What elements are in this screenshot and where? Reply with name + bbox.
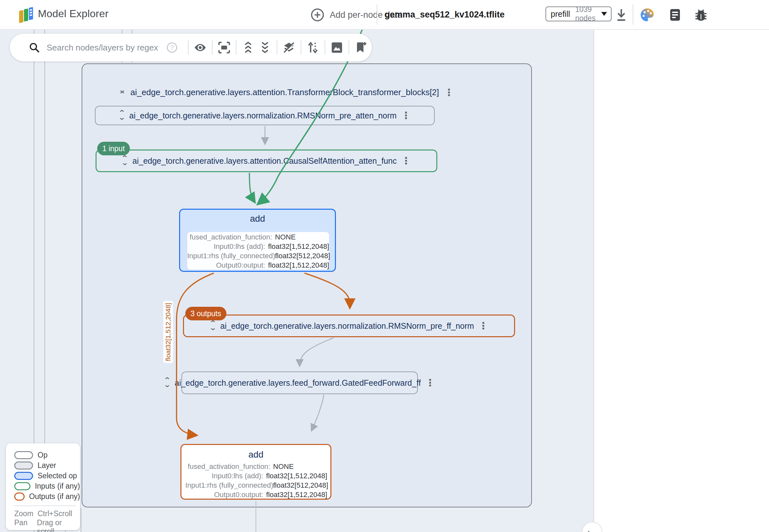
legend-zoom-label: Zoom [14,509,38,518]
legend-selected-swatch [14,472,33,480]
attr-label: fused_activation_function: [185,462,270,471]
export-image-button[interactable] [329,39,345,56]
graph-node-count: 1039 nodes [575,5,601,23]
node-label: ai_edge_torch.generative.layers.feed_for… [174,378,421,388]
report-bug-button[interactable] [694,8,708,23]
swap-vert-icon [306,41,320,54]
more-vert-icon[interactable]: ⋮ [401,156,411,166]
input-count-badge: 1 input [97,142,130,155]
node-label: ai_edge_torch.generative.layers.normaliz… [129,111,396,120]
attr-label: Input0:lhs (add): [185,471,263,481]
triple-chevron-up-icon [242,41,254,54]
center-focus-icon [217,41,231,54]
legend-layer-swatch [14,461,33,470]
model-file-name: gemma_seq512_kv1024.tflite [384,10,505,20]
legend-label: Selected op [38,471,77,480]
docs-button[interactable] [668,8,682,23]
legend-op-swatch [14,451,33,459]
legend-pan-value: Drag or scroll [37,518,80,527]
layer-transformer-block[interactable] [82,63,532,507]
more-vert-icon[interactable]: ⋮ [425,378,435,388]
attr-label: Output0:output: [185,490,263,499]
app-header: Model Explorer Add per-node data gemma_s… [0,0,769,30]
search-input[interactable] [47,43,166,53]
node-label: ai_edge_torch.generative.layers.attentio… [132,156,397,166]
help-icon[interactable]: ? [166,42,177,53]
more-vert-icon[interactable]: ⋮ [478,321,488,331]
attr-label: Input0:lhs (add): [187,242,265,251]
attr-label: Input1:rhs (fully_connected): [187,251,272,260]
node-rmsnorm-pre-ff[interactable]: ⌃⌄ ai_edge_torch.generative.layers.norma… [183,315,515,337]
graph-selector-dropdown[interactable]: prefill 1039 nodes [545,6,612,21]
toggle-visibility-button[interactable] [192,39,209,56]
node-add-output[interactable]: add fused_activation_function:NONE Input… [180,444,331,500]
reset-layout-button[interactable] [305,39,321,56]
op-attr-box: fused_activation_function:NONE Input0:lh… [187,232,329,270]
model-explorer-logo [18,6,34,23]
attr-value: NONE [275,232,296,242]
unfold-more-icon[interactable]: ⌃⌄ [121,156,128,165]
image-icon [330,41,344,54]
node-label: ai_edge_torch.generative.layers.normaliz… [220,321,474,331]
toolbar-divider [188,40,188,55]
attr-value: float32[1,512,2048] [268,260,329,270]
output-count-badge: 3 outputs [185,307,227,320]
toolbar-divider [212,40,213,55]
header-divider [377,5,377,25]
chevron-right-icon: › [587,526,591,532]
eye-icon [194,41,207,54]
bookmark-button[interactable] [352,39,369,56]
graph-toolbar: ? [10,34,372,61]
node-add-selected[interactable]: add fused_activation_function:NONE Input… [179,209,336,272]
attr-value: float32[1,512,2048] [266,490,327,499]
legend-label: Layer [38,461,56,470]
circle-plus-icon [310,8,325,22]
node-info-panel [594,30,769,532]
triple-chevron-down-icon [259,41,271,54]
theme-palette-button[interactable] [640,7,655,24]
attr-label: Input1:rhs (fully_connected): [185,481,270,490]
fit-to-screen-button[interactable] [216,39,233,56]
layer-title-row: ⌄⌃ ai_edge_torch.generative.layers.atten… [119,87,454,97]
header-divider [633,5,633,25]
legend-outputs-swatch [14,493,25,501]
unfold-more-icon[interactable]: ⌃⌄ [163,378,171,387]
attr-value: float32[512,2048] [273,481,328,490]
search-icon [28,42,40,53]
bug-icon [694,8,708,22]
palette-icon [640,7,655,23]
legend-label: Inputs (if any) [35,482,80,491]
unfold-less-icon[interactable]: ⌄⌃ [118,88,126,97]
search-box[interactable]: ? [10,34,184,61]
unfold-more-icon[interactable]: ⌃⌄ [118,111,125,120]
download-button[interactable] [614,7,629,23]
attr-value: float32[512,2048] [275,251,330,260]
node-causal-self-attention[interactable]: ⌃⌄ ai_edge_torch.generative.layers.atten… [95,150,437,172]
bookmark-add-icon [354,41,368,54]
graph-name: prefill [551,9,570,19]
node-rmsnorm-pre-atten[interactable]: ⌃⌄ ai_edge_torch.generative.layers.norma… [95,106,435,125]
expand-all-layers-button[interactable] [240,39,257,56]
node-gated-feed-forward[interactable]: ⌃⌄ ai_edge_torch.generative.layers.feed_… [181,371,418,394]
attr-value: float32[1,512,2048] [266,471,327,481]
legend-label: Outputs (if any) [29,492,80,501]
toolbar-divider [277,40,277,55]
app-title: Model Explorer [38,8,108,20]
document-icon [668,8,682,22]
legend-label: Op [38,451,48,460]
layer-title[interactable]: ai_edge_torch.generative.layers.attentio… [130,87,439,97]
edge-tensor-label: float32[1,512,2048] [163,301,173,363]
more-vert-icon[interactable]: ⋮ [444,88,454,97]
more-vert-icon[interactable]: ⋮ [401,111,411,120]
unfold-more-icon[interactable]: ⌃⌄ [209,321,217,330]
op-attr-box: fused_activation_function:NONE Input0:lh… [185,462,327,499]
toolbar-divider [349,40,349,55]
legend-divider [14,505,76,506]
collapse-all-layers-button[interactable] [257,39,273,56]
attr-label: fused_activation_function: [187,232,272,242]
flatten-layers-button[interactable] [281,39,297,56]
op-title: add [180,214,335,224]
op-title: add [181,449,330,460]
attr-label: Output0:output: [187,260,265,270]
legend-inputs-swatch [14,482,30,490]
